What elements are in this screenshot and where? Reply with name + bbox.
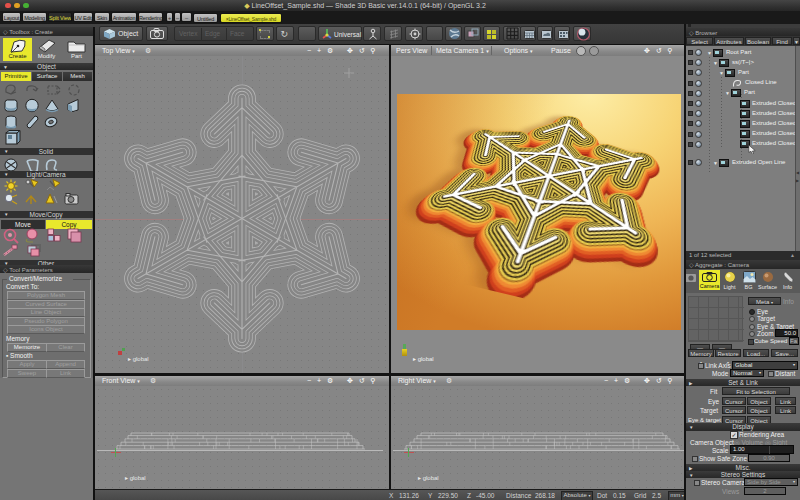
svg-text:Copy: Copy bbox=[61, 221, 77, 229]
svg-text:Solid: Solid bbox=[39, 148, 54, 155]
svg-text:▼: ▼ bbox=[4, 172, 8, 177]
svg-text:Move: Move bbox=[15, 221, 31, 228]
svg-text:Move/Copy: Move/Copy bbox=[30, 211, 64, 219]
svg-text:Light/Camera: Light/Camera bbox=[26, 171, 65, 179]
svg-text:▼: ▼ bbox=[4, 149, 8, 154]
svg-text:▼: ▼ bbox=[4, 212, 8, 217]
